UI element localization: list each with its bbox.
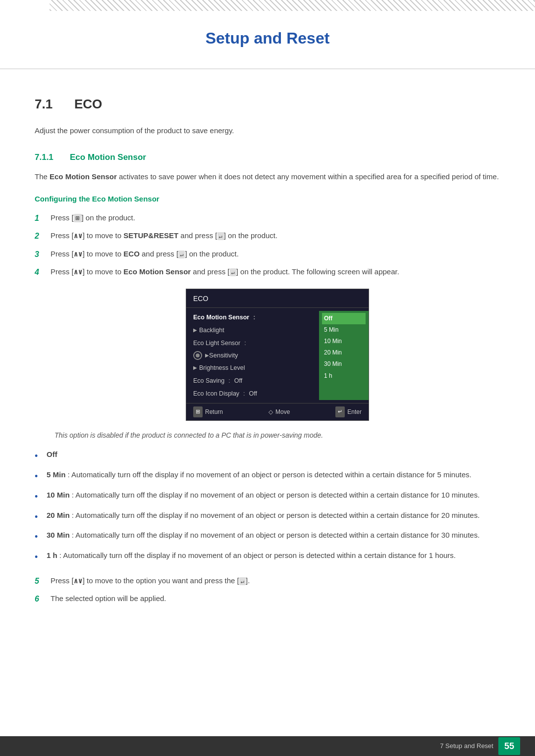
step-3: 3 Press [∧∨] to move to ECO and press [↵… [35,248,500,261]
sensitivity-label: Sensitivity [209,351,238,361]
bullet-content-20min: 20 Min : Automatically turn off the disp… [47,509,500,522]
brightness-arrow: ▶ [193,364,197,372]
step-text-5: Press [∧∨] to move to the option you wan… [51,575,500,587]
step-num-3: 3 [35,248,44,261]
footer-move: ◇ Move [268,407,290,417]
eco-menu-footer: ⊞ Return ◇ Move ↵ Enter [186,403,369,420]
subsection-title: Eco Motion Sensor [70,151,146,164]
config-heading: Configuring the Eco Motion Sensor [35,193,500,205]
eco-menu-dropdown: Off 5 Min 10 Min 20 Min 30 Min 1 h [319,311,369,401]
note-text: This option is disabled if the product i… [54,430,500,441]
section-title: ECO [74,94,102,115]
top-bar-white-block [0,0,50,11]
steps-list: 1 Press [⊞] on the product. 2 Press [∧∨]… [35,212,500,279]
backlight-arrow: ▶ [193,326,197,334]
return-label: Return [205,407,223,417]
eco-light-sensor-label: Eco Light Sensor [193,338,240,348]
footer-enter: ↵ Enter [335,406,362,417]
30min-label: 30 Min [47,531,70,539]
eco-menu-left: Eco Motion Sensor : ▶ Backlight Eco Ligh… [186,311,319,401]
section-intro: Adjust the power consumption of the prod… [35,125,500,137]
top-decorative-bar [0,0,535,11]
1h-label: 1 h [47,551,57,559]
eco-motion-sensor-label: Eco Motion Sensor [193,312,249,322]
step-num-4: 4 [35,266,44,279]
section-header: 7.1 ECO [35,94,500,115]
step-text-3: Press [∧∨] to move to ECO and press [↵] … [51,248,500,260]
subsection-number: 7.1.1 [35,151,62,164]
page-footer: 7 Setup and Reset 55 [0,736,535,756]
eco-bold: ECO [123,250,140,258]
off-label: Off [47,450,57,458]
bullet-30min: • 30 Min : Automatically turn off the di… [35,529,500,545]
step-num-1: 1 [35,212,44,225]
step-5: 5 Press [∧∨] to move to the option you w… [35,575,500,588]
step-4: 4 Press [∧∨] to move to Eco Motion Senso… [35,266,500,279]
step-num-2: 2 [35,230,44,243]
step-text-6: The selected option will be applied. [51,593,500,605]
subsection-body: The Eco Motion Sensor activates to save … [35,171,500,183]
bullet-dot-20min: • [35,510,42,525]
step-text-1: Press [⊞] on the product. [51,212,500,224]
eco-saving-value: Off [234,376,242,386]
eco-icon-display-value: Off [249,389,257,399]
move-icon: ◇ [268,407,273,417]
dropdown-1h: 1 h [322,370,366,382]
bullet-dot-30min: • [35,530,42,545]
eco-menu-item-motion-sensor: Eco Motion Sensor : [193,311,314,324]
step-text-2: Press [∧∨] to move to SETUP&RESET and pr… [51,230,500,242]
bullet-content-5min: 5 Min : Automatically turn off the displ… [47,469,500,481]
dropdown-30min: 30 Min [322,358,366,370]
page-header: Setup and Reset [0,11,535,69]
eco-saving-label: Eco Saving [193,376,224,386]
steps-list-2: 5 Press [∧∨] to move to the option you w… [35,575,500,606]
bullet-20min: • 20 Min : Automatically turn off the di… [35,509,500,525]
bullet-5min: • 5 Min : Automatically turn off the dis… [35,469,500,484]
backlight-label: Backlight [199,325,224,335]
step-1: 1 Press [⊞] on the product. [35,212,500,225]
eco-motion-sensor-bold: Eco Motion Sensor [50,172,117,181]
bullet-dot-off: • [35,449,42,464]
footer-page-number: 55 [498,737,520,756]
page-title: Setup and Reset [30,21,505,58]
step-num-6: 6 [35,593,44,605]
dropdown-10min: 10 Min [322,336,366,347]
step-text-4: Press [∧∨] to move to Eco Motion Sensor … [51,266,500,278]
bullet-dot-1h: • [35,550,42,565]
eco-menu: ECO Eco Motion Sensor : ▶ Backlight Eco … [186,289,369,421]
move-label: Move [275,407,290,417]
enter-label: Enter [347,407,362,417]
eco-menu-body: Eco Motion Sensor : ▶ Backlight Eco Ligh… [186,308,369,403]
bullet-content-1h: 1 h : Automatically turn off the display… [47,550,500,562]
10min-label: 10 Min [47,491,70,499]
eco-menu-screenshot: ECO Eco Motion Sensor : ▶ Backlight Eco … [54,289,500,421]
bullet-1h: • 1 h : Automatically turn off the displ… [35,550,500,565]
section-number: 7.1 [35,94,64,115]
footer-return: ⊞ Return [193,406,223,417]
step-2: 2 Press [∧∨] to move to SETUP&RESET and … [35,230,500,243]
enter-icon: ↵ [335,406,345,417]
step-6: 6 The selected option will be applied. [35,593,500,605]
eco-menu-item-backlight: ▶ Backlight [193,324,314,337]
bullet-list: • Off • 5 Min : Automatically turn off t… [35,449,500,564]
step-num-5: 5 [35,575,44,588]
eco-menu-item-saving: Eco Saving : Off [193,374,314,387]
bullet-dot-10min: • [35,490,42,504]
return-icon: ⊞ [193,406,203,417]
bullet-content-off: Off [47,449,500,461]
sensitivity-arrow: ▶ [205,352,209,359]
eco-menu-item-icon-display: Eco Icon Display : Off [193,387,314,400]
bullet-off: • Off [35,449,500,464]
bullet-content-30min: 30 Min : Automatically turn off the disp… [47,529,500,542]
eco-menu-item-sensitivity: ▶ Sensitivity [193,350,314,362]
dropdown-off: Off [322,313,366,324]
setup-reset-bold: SETUP&RESET [123,231,178,240]
subsection-header: 7.1.1 Eco Motion Sensor [35,151,500,164]
dropdown-20min: 20 Min [322,347,366,358]
eco-motion-sensor-bold-2: Eco Motion Sensor [123,267,191,276]
brightness-label: Brightness Level [199,363,245,373]
5min-label: 5 Min [47,470,65,479]
bullet-content-10min: 10 Min : Automatically turn off the disp… [47,489,500,502]
20min-label: 20 Min [47,511,70,519]
eco-menu-item-light-sensor: Eco Light Sensor : [193,337,314,350]
